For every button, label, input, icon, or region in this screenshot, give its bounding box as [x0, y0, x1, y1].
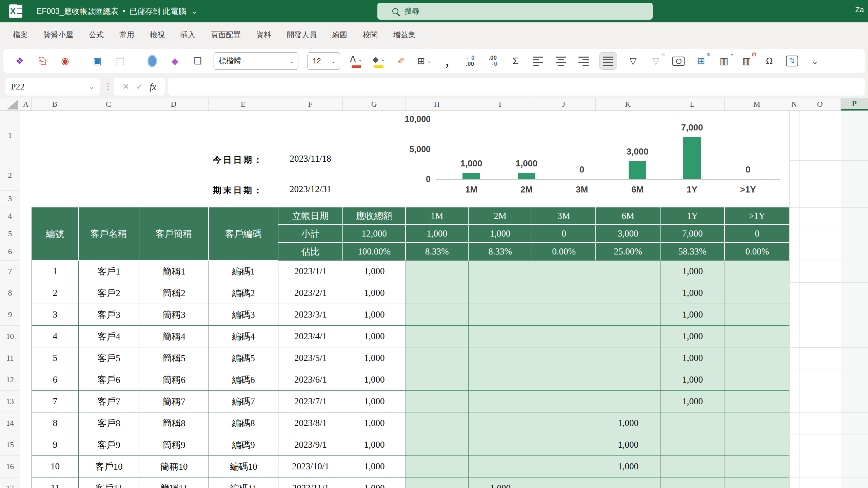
cell-customer-name[interactable]: 客戶1 — [79, 261, 139, 282]
cell-customer-name[interactable]: 客戶8 — [79, 412, 139, 434]
cell-no[interactable]: 1 — [32, 261, 79, 282]
symbol-omega-icon[interactable]: Ω — [763, 52, 776, 70]
cell-aging-gt1Y[interactable] — [725, 391, 790, 412]
cell-aging-2M[interactable]: 1,000 — [469, 477, 532, 488]
cell-aging-2M[interactable] — [469, 369, 532, 391]
cell-customer-name[interactable]: 客戶5 — [79, 347, 139, 369]
percent-total[interactable]: 100.00% — [343, 243, 406, 261]
cell-aging-6M[interactable] — [596, 369, 660, 391]
cell-customer-name[interactable]: 客戶2 — [79, 282, 139, 304]
eraser-icon[interactable]: ◆ — [168, 52, 182, 70]
row-header-7[interactable]: 7 — [0, 261, 20, 282]
name-box[interactable]: P22 ⌄ — [5, 78, 100, 96]
cell-aging-1M[interactable] — [406, 326, 469, 347]
cell-aging-1M[interactable] — [406, 456, 469, 477]
cell-customer-short[interactable]: 簡稱8 — [139, 412, 209, 434]
insert-function-icon[interactable]: fx — [150, 82, 156, 92]
cell-customer-code[interactable]: 編碼10 — [209, 456, 278, 477]
formula-enter-icon[interactable]: ✓ — [136, 82, 143, 92]
font-name-select[interactable]: 標楷體⌄ — [214, 52, 298, 70]
cell-customer-code[interactable]: 編碼9 — [209, 434, 278, 456]
cell-aging-6M[interactable] — [596, 391, 660, 412]
percent-aging[interactable]: 8.33% — [406, 243, 469, 261]
cell-aging-gt1Y[interactable] — [725, 434, 790, 456]
cell-aging-6M[interactable]: 1,000 — [596, 456, 660, 477]
header-customer-code[interactable]: 客戶編碼 — [209, 207, 278, 261]
delete-column-icon[interactable]: ▥∅ — [740, 52, 753, 70]
aging-bar-chart[interactable]: 10,0005,00001,0001M1,0002M03M3,0006M7,00… — [404, 113, 786, 203]
column-header-o[interactable]: O — [799, 98, 841, 110]
cell-aging-1M[interactable] — [406, 477, 469, 488]
cell-no[interactable]: 10 — [32, 456, 79, 477]
cell-customer-short[interactable]: 簡稱9 — [139, 434, 209, 456]
cell-no[interactable]: 9 — [32, 434, 79, 456]
header-aging-1Y[interactable]: 1Y — [660, 207, 725, 225]
cell-customer-name[interactable]: 客戶9 — [79, 434, 139, 456]
column-header-p[interactable]: P — [841, 98, 868, 110]
cell-aging-2M[interactable] — [469, 326, 532, 347]
period-end-value[interactable]: 2023/12/31 — [278, 184, 343, 195]
cell-aging-gt1Y[interactable] — [725, 412, 790, 434]
ribbon-tab-7[interactable]: 頁面配置 — [211, 30, 241, 40]
cell-total[interactable]: 1,000 — [343, 412, 406, 434]
cell-no[interactable]: 6 — [32, 369, 79, 391]
cell-total[interactable]: 1,000 — [343, 326, 406, 347]
record-macro-icon[interactable]: ◉ — [58, 52, 72, 70]
row-header-4[interactable]: 4 — [0, 207, 20, 225]
cell-invoice-date[interactable]: 2023/1/1 — [278, 261, 343, 282]
cell-aging-2M[interactable] — [469, 261, 532, 282]
decrease-decimal-icon[interactable]: ←0.00 — [463, 52, 477, 70]
cell-customer-short[interactable]: 簡稱10 — [139, 456, 209, 477]
column-header-a[interactable]: A — [20, 98, 32, 110]
cell-aging-1M[interactable] — [406, 412, 469, 434]
row-header-5[interactable]: 5 — [0, 225, 20, 243]
header-aging-6M[interactable]: 6M — [596, 207, 660, 225]
autosum-icon[interactable]: Σ — [509, 52, 522, 70]
header-customer-short[interactable]: 客戶簡稱 — [139, 207, 209, 261]
cell-aging-gt1Y[interactable] — [725, 282, 790, 304]
cell-customer-code[interactable]: 編碼7 — [209, 391, 278, 412]
cell-customer-short[interactable]: 簡稱1 — [139, 261, 209, 282]
cell-customer-name[interactable]: 客戶6 — [79, 369, 139, 391]
cell-customer-short[interactable]: 簡稱5 — [139, 347, 209, 369]
cell-customer-short[interactable]: 簡稱7 — [139, 391, 209, 412]
percent-label[interactable]: 佔比 — [278, 243, 343, 261]
toolbar-overflow-icon[interactable]: ⌄ — [808, 52, 822, 70]
font-color-icon[interactable]: A⌄ — [349, 52, 363, 70]
tag-icon[interactable]: ❏ — [191, 52, 204, 70]
cell-customer-code[interactable]: 編碼3 — [209, 304, 278, 326]
cell-aging-3M[interactable] — [532, 304, 596, 326]
cell-aging-3M[interactable] — [532, 282, 596, 304]
cell-invoice-date[interactable]: 2023/11/1 — [278, 477, 343, 488]
increase-decimal-icon[interactable]: .00→0 — [486, 52, 499, 70]
cell-total[interactable]: 1,000 — [343, 477, 406, 488]
cell-customer-code[interactable]: 編碼6 — [209, 369, 278, 391]
fill-color-icon[interactable]: ⬥⌄ — [372, 52, 386, 70]
cell-aging-3M[interactable] — [532, 261, 596, 282]
cell-total[interactable]: 1,000 — [343, 282, 406, 304]
cell-aging-1M[interactable] — [406, 434, 469, 456]
camera-icon[interactable] — [672, 52, 685, 70]
search-box[interactable]: 搜尋 — [377, 3, 653, 20]
cell-aging-1M[interactable] — [406, 347, 469, 369]
oval-shape-icon[interactable] — [145, 52, 159, 70]
formula-input[interactable] — [168, 78, 865, 96]
column-header-g[interactable]: G — [343, 98, 406, 110]
cell-aging-1M[interactable] — [406, 304, 469, 326]
cell-customer-name[interactable]: 客戶3 — [79, 304, 139, 326]
header-no[interactable]: 編號 — [32, 207, 79, 261]
cell-aging-1Y[interactable]: 1,000 — [660, 261, 725, 282]
cell-total[interactable]: 1,000 — [343, 261, 406, 282]
cell-aging-gt1Y[interactable] — [725, 347, 790, 369]
cell-aging-gt1Y[interactable] — [725, 261, 790, 282]
macro-report-icon[interactable]: ⎗ — [36, 52, 49, 70]
filter-icon[interactable]: ▽ — [626, 52, 640, 70]
cell-invoice-date[interactable]: 2023/2/1 — [278, 282, 343, 304]
cell-customer-short[interactable]: 簡稱4 — [139, 326, 209, 347]
row-header-2[interactable]: 2 — [0, 160, 20, 191]
document-title[interactable]: EF003_應收帳款匯總表 • 已儲存到 此電腦 ⌄ — [37, 6, 197, 17]
cell-customer-name[interactable]: 客戶7 — [79, 391, 139, 412]
column-header-e[interactable]: E — [209, 98, 278, 110]
comma-style-icon[interactable]: , — [440, 52, 454, 70]
header-aging-2M[interactable]: 2M — [469, 207, 532, 225]
